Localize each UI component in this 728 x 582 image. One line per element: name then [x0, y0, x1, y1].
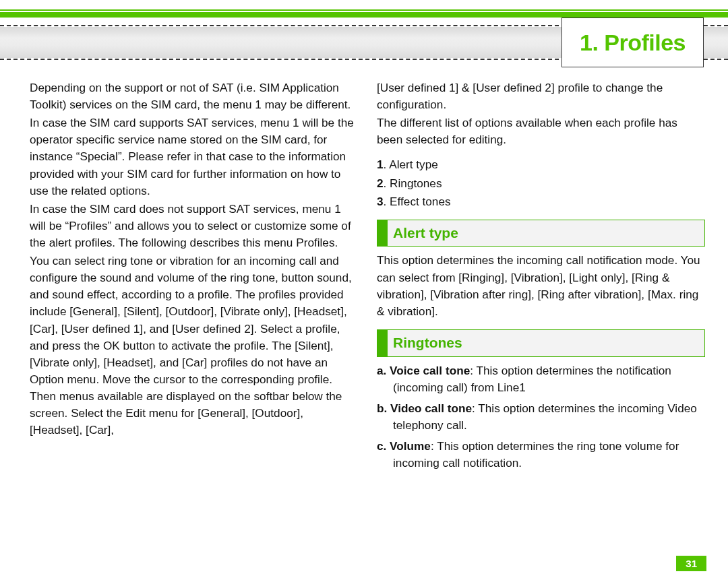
header-decoration-top: [0, 0, 728, 18]
paragraph: In case the SIM card does not support SA…: [30, 201, 358, 251]
paragraph: In case the SIM card supports SAT servic…: [30, 115, 358, 199]
section-header-ringtones: Ringtones: [377, 329, 705, 357]
chapter-title: 1. Profiles: [580, 30, 686, 56]
paragraph: You can select ring tone or vibration fo…: [30, 253, 358, 439]
list-item: a. Voice call tone: This option determin…: [377, 362, 705, 396]
header-band: 1. Profiles: [0, 27, 728, 58]
list-item: b. Video call tone: This option determin…: [377, 400, 705, 434]
list-item: 3. Effect tones: [377, 193, 705, 210]
paragraph: Depending on the support or not of SAT (…: [30, 79, 358, 113]
chapter-title-box: 1. Profiles: [562, 18, 704, 67]
paragraph: The different list of options available …: [377, 115, 705, 148]
section-header-alert-type: Alert type: [377, 220, 705, 247]
paragraph: This option determines the incoming call…: [377, 252, 705, 319]
list-item: c. Volume: This option determines the ri…: [377, 438, 705, 472]
thin-green-line: [0, 9, 728, 11]
content-area: Depending on the support or not of SAT (…: [0, 58, 728, 476]
thick-green-line: [0, 12, 728, 18]
page-number: 31: [676, 556, 706, 571]
right-column: [User defined 1] & [User defined 2] prof…: [377, 79, 705, 476]
list-item: 2. Ringtones: [377, 175, 705, 192]
list-item: 1. Alert type: [377, 156, 705, 173]
left-column: Depending on the support or not of SAT (…: [30, 79, 358, 476]
paragraph: [User defined 1] & [User defined 2] prof…: [377, 79, 705, 113]
